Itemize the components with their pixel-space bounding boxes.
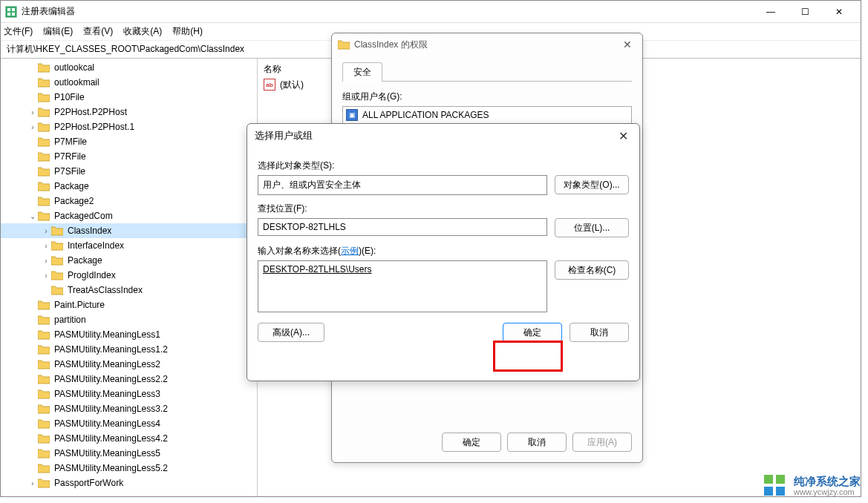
select-user-body: 选择此对象类型(S): 用户、组或内置安全主体 对象类型(O)... 查找位置(…: [247, 148, 639, 346]
select-user-title: 选择用户或组: [255, 129, 614, 142]
object-names-label: 输入对象名称来选择(示例)(E):: [258, 245, 629, 257]
tree-item[interactable]: Package2: [1, 194, 257, 208]
tree-item[interactable]: PASMUtility.MeaningLess4: [1, 416, 257, 431]
select-user-cancel-button[interactable]: 取消: [570, 323, 629, 342]
chevron-right-icon[interactable]: ›: [41, 272, 51, 280]
chevron-right-icon[interactable]: ›: [41, 242, 51, 250]
tree-item[interactable]: ›ProgIdIndex: [1, 268, 257, 283]
tab-security[interactable]: 安全: [342, 62, 382, 82]
tree-item[interactable]: PASMUtility.MeaningLess2.2: [1, 372, 257, 387]
tree-item[interactable]: outlookcal: [1, 60, 257, 75]
select-user-dialog: 选择用户或组 ✕ 选择此对象类型(S): 用户、组或内置安全主体 对象类型(O)…: [247, 123, 640, 381]
chevron-right-icon[interactable]: ›: [27, 108, 38, 116]
permissions-ok-button[interactable]: 确定: [442, 433, 501, 452]
advanced-button[interactable]: 高级(A)...: [258, 323, 324, 342]
permissions-apply-button[interactable]: 应用(A): [572, 433, 632, 452]
menu-view[interactable]: 查看(V): [83, 25, 113, 38]
folder-icon: [38, 92, 50, 102]
tree-item[interactable]: PASMUtility.MeaningLess5: [1, 446, 257, 461]
tree-item-label: PASMUtility.MeaningLess1.2: [53, 343, 169, 355]
chevron-right-icon[interactable]: ›: [27, 123, 38, 131]
tree-item[interactable]: PASMUtility.MeaningLess4.2: [1, 431, 257, 446]
tree-item[interactable]: P7SFile: [1, 164, 257, 179]
tree-item[interactable]: PASMUtility.MeaningLess2: [1, 357, 257, 372]
tree-item-label: P2PHost.P2PHost.1: [53, 121, 136, 133]
object-types-button[interactable]: 对象类型(O)...: [555, 175, 629, 194]
menu-favorites[interactable]: 收藏夹(A): [123, 25, 162, 38]
folder-icon: [38, 418, 50, 429]
tree-item[interactable]: Package: [1, 179, 257, 194]
object-names-input[interactable]: DESKTOP-82TLHLS\Users: [258, 260, 547, 312]
tree-item[interactable]: outlookmail: [1, 75, 257, 90]
tree-item[interactable]: Paint.Picture: [1, 297, 257, 312]
chevron-right-icon[interactable]: ›: [41, 227, 51, 235]
tree-item[interactable]: PASMUtility.MeaningLess1: [1, 327, 257, 342]
permissions-cancel-button[interactable]: 取消: [507, 433, 567, 452]
tree-item[interactable]: PASMUtility.MeaningLess5.2: [1, 461, 257, 476]
tree-item[interactable]: ›PassportForWork: [1, 476, 257, 490]
permissions-title: ClassIndex 的权限: [354, 39, 619, 51]
tree-item-label: partition: [53, 314, 88, 326]
chevron-right-icon[interactable]: ›: [27, 479, 38, 487]
group-user-listbox[interactable]: ▣ ALL APPLICATION PACKAGES: [342, 106, 632, 124]
folder-icon: [38, 448, 50, 458]
registry-tree-pane[interactable]: outlookcaloutlookmailP10File›P2PHost.P2P…: [1, 59, 258, 496]
folder-icon: [38, 359, 50, 369]
tree-item[interactable]: P7MFile: [1, 134, 257, 149]
menu-file[interactable]: 文件(F): [4, 25, 33, 38]
tree-item-label: PASMUtility.MeaningLess3: [53, 388, 162, 400]
locations-button[interactable]: 位置(L)...: [555, 218, 629, 237]
package-group-icon: ▣: [346, 109, 358, 121]
tree-item-label: PASMUtility.MeaningLess3.2: [53, 403, 169, 415]
tree-item[interactable]: PASMUtility.MeaningLess3: [1, 387, 257, 401]
tree-item-label: PackagedCom: [53, 210, 114, 222]
maximize-button[interactable]: ☐: [788, 1, 822, 23]
folder-icon: [38, 196, 50, 206]
tree-item[interactable]: ›InterfaceIndex: [1, 238, 257, 253]
location-field: DESKTOP-82TLHLS: [258, 218, 547, 236]
select-user-ok-button[interactable]: 确定: [503, 323, 562, 342]
object-type-label: 选择此对象类型(S):: [258, 160, 629, 172]
value-name-default: (默认): [280, 79, 304, 91]
titlebar: 注册表编辑器 — ☐ ✕: [1, 1, 861, 23]
tree-item[interactable]: ›ClassIndex: [1, 223, 257, 238]
tree-item[interactable]: ›Package: [1, 253, 257, 268]
tree-item-label: PASMUtility.MeaningLess2: [53, 358, 162, 370]
regedit-app-icon: [5, 6, 17, 18]
folder-icon: [338, 39, 350, 50]
tree-item-label: Package2: [53, 195, 95, 207]
folder-icon: [38, 344, 50, 355]
chevron-right-icon[interactable]: ›: [41, 257, 51, 265]
svg-rect-5: [764, 475, 773, 484]
tree-item[interactable]: ›P2PHost.P2PHost.1: [1, 119, 257, 134]
tree-item[interactable]: PASMUtility.MeaningLess1.2: [1, 342, 257, 357]
tree-item[interactable]: partition: [1, 312, 257, 327]
tree-item-label: P7RFile: [53, 151, 88, 162]
tree-item-label: PASMUtility.MeaningLess5: [53, 447, 162, 459]
folder-icon: [38, 315, 50, 325]
minimize-button[interactable]: —: [754, 1, 788, 23]
tree-item[interactable]: P7RFile: [1, 149, 257, 164]
examples-link[interactable]: 示例: [341, 246, 359, 256]
check-names-button[interactable]: 检查名称(C): [555, 260, 629, 280]
tree-item[interactable]: ›P2PHost.P2PHost: [1, 105, 257, 119]
tree-item[interactable]: ⌄PackagedCom: [1, 208, 257, 223]
tree-item-label: PassportForWork: [53, 477, 125, 489]
group-item-all-packages: ALL APPLICATION PACKAGES: [362, 110, 489, 120]
tree-item[interactable]: PASMUtility.MeaningLess3.2: [1, 401, 257, 416]
select-user-close-button[interactable]: ✕: [614, 129, 632, 143]
menu-edit[interactable]: 编辑(E): [43, 25, 73, 38]
tree-item-label: PASMUtility.MeaningLess4: [53, 418, 162, 430]
tree-item-label: Package: [66, 254, 104, 266]
folder-icon: [38, 433, 50, 444]
tree-item[interactable]: TreatAsClassIndex: [1, 283, 257, 297]
permissions-close-button[interactable]: ✕: [619, 39, 636, 50]
tree-item[interactable]: P10File: [1, 90, 257, 105]
folder-icon: [51, 285, 63, 295]
menu-help[interactable]: 帮助(H): [172, 25, 203, 38]
tree-item-label: Package: [53, 180, 91, 192]
close-button[interactable]: ✕: [822, 1, 856, 23]
tree-item-label: P2PHost.P2PHost: [53, 106, 128, 118]
chevron-down-icon[interactable]: ⌄: [27, 212, 38, 220]
select-user-button-row: 高级(A)... 确定 取消: [258, 323, 629, 342]
